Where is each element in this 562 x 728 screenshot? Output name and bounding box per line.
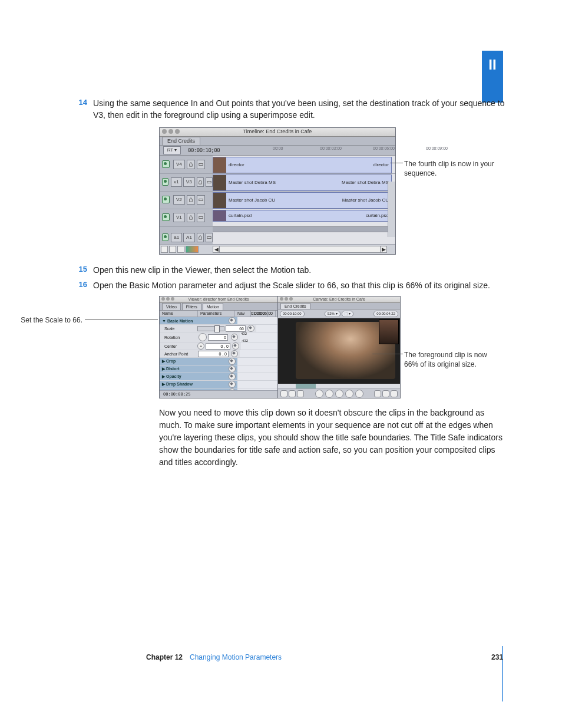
track-target[interactable]: V4 — [173, 160, 185, 169]
track-target[interactable]: A1 — [183, 233, 195, 242]
chapter-title: Changing Motion Parameters — [190, 653, 282, 661]
keyframe-nav-icon[interactable] — [231, 350, 238, 357]
lock-icon[interactable] — [197, 177, 204, 187]
step-text: Open this new clip in the Viewer, then s… — [93, 264, 507, 276]
track-target[interactable]: V1 — [173, 213, 185, 222]
step-back-icon[interactable] — [325, 390, 333, 398]
auto-select-toggle[interactable] — [197, 195, 205, 205]
param-basic-motion[interactable]: ▼ Basic Motion — [160, 317, 277, 325]
param-drop-shadow[interactable]: ▶ Drop Shadow — [160, 381, 277, 388]
source-target[interactable]: a1 — [171, 233, 182, 242]
keyframe-nav-icon[interactable] — [229, 388, 236, 390]
param-distort[interactable]: ▶ Distort — [160, 365, 277, 373]
center-value[interactable]: 0 , 0 — [206, 343, 230, 350]
rotation-dial[interactable] — [199, 333, 207, 341]
clip-end-label: Master shot Jacob CU — [342, 197, 391, 203]
timeline-toolbar: RT ▾ 00:00:10;00 00:00 00:00:03:00 00:00… — [160, 146, 395, 156]
keyframe-nav-icon[interactable] — [229, 317, 236, 324]
keyframe-nav-icon[interactable] — [231, 334, 238, 341]
canvas-zoom-popup[interactable]: 52% ▾ — [325, 311, 340, 317]
scale-slider[interactable] — [197, 326, 224, 331]
graph-min-label: -432 — [241, 339, 248, 342]
go-to-start-icon[interactable] — [315, 390, 323, 398]
horizontal-scrollbar[interactable]: ◀ ▶ — [213, 246, 387, 253]
keyframe-nav-icon[interactable] — [247, 325, 254, 332]
col-parameters: Parameters — [198, 311, 235, 317]
track-visibility-toggle[interactable] — [162, 213, 170, 221]
mark-in-button[interactable] — [374, 390, 381, 397]
canvas-tab[interactable]: End Credits — [280, 303, 310, 309]
step-14: 14 Using the same sequence In and Out po… — [77, 97, 507, 121]
canvas-tc-right[interactable]: 00:00:04;22 — [373, 311, 398, 317]
sequence-tab[interactable]: End Credits — [162, 137, 200, 145]
param-crop[interactable]: ▶ Crop — [160, 358, 277, 365]
timeline-track-area[interactable]: directordirector Master shot Debra MSMas… — [213, 156, 395, 246]
keyframe-nav-icon[interactable] — [229, 381, 236, 388]
audio-track-area[interactable] — [213, 231, 395, 245]
clip-end-label: director — [373, 162, 391, 167]
auto-select-toggle[interactable] — [197, 160, 205, 169]
track-header-a1: a1 A1 — [160, 231, 213, 245]
clip-director[interactable]: directordirector — [213, 157, 392, 173]
clip-jacob[interactable]: Master shot Jacob CUMaster shot Jacob CU — [213, 192, 392, 209]
canvas-viewport[interactable] — [278, 318, 400, 384]
canvas-view-popup[interactable]: ⬚ ▾ — [342, 311, 354, 317]
toggle-button[interactable] — [161, 246, 168, 253]
viewer-tabs: Video Filters Motion — [160, 303, 277, 311]
toggle-button[interactable] — [177, 246, 184, 253]
overwrite-edit-button[interactable] — [289, 390, 296, 397]
track-visibility-toggle[interactable] — [162, 233, 168, 241]
tab-video[interactable]: Video — [162, 303, 181, 310]
viewer-timecode[interactable]: 00:00:00;25 — [160, 392, 190, 397]
keyframe-nav-icon[interactable] — [229, 373, 236, 380]
timeline-ruler[interactable]: 00:00 00:00:03:00 00:00:06:00 00:00:09:0… — [273, 146, 395, 155]
timeline-screenshot: Timeline: End Credits in Cafe End Credit… — [159, 127, 396, 255]
insert-edit-button[interactable] — [280, 390, 287, 397]
param-opacity[interactable]: ▶ Opacity — [160, 373, 277, 381]
source-target[interactable]: v1 — [171, 177, 181, 187]
keyframe-nav-icon[interactable] — [232, 342, 239, 350]
auto-select-toggle[interactable] — [206, 233, 213, 242]
clip-thumbnail — [213, 157, 226, 173]
scrubber-bar[interactable] — [278, 384, 400, 389]
clip-debra[interactable]: Master shot Debra MSMaster shot Debra MS — [213, 174, 392, 191]
auto-select-toggle[interactable] — [206, 177, 213, 187]
tab-filters[interactable]: Filters — [182, 303, 201, 310]
canvas-toolbar: 00:00:10;00 52% ▾ ⬚ ▾ 00:00:04;22 — [278, 309, 400, 318]
lock-icon[interactable] — [187, 160, 195, 169]
scroll-left-arrow-icon[interactable]: ◀ — [213, 246, 220, 252]
track-visibility-toggle[interactable] — [162, 196, 170, 203]
auto-select-toggle[interactable] — [197, 213, 205, 222]
track-target[interactable]: V2 — [173, 195, 185, 205]
track-height-control[interactable] — [186, 246, 199, 253]
keyframe-nav-icon[interactable] — [229, 365, 236, 373]
viewer-canvas-screenshot: Viewer: director from End Credits Video … — [159, 296, 401, 398]
track-target[interactable]: V3 — [183, 177, 195, 187]
scale-value[interactable]: 66 — [226, 325, 246, 332]
mark-out-button[interactable] — [382, 390, 389, 397]
scroll-right-arrow-icon[interactable]: ▶ — [380, 246, 386, 252]
lock-icon[interactable] — [197, 233, 204, 242]
clip-curtain[interactable]: curtain.psdcurtain.psd — [213, 210, 392, 222]
crosshair-icon[interactable]: + — [197, 342, 204, 350]
vertical-scrollbar[interactable] — [388, 182, 395, 237]
rt-popup[interactable]: RT ▾ — [163, 146, 181, 154]
replace-edit-button[interactable] — [297, 390, 304, 397]
window-traffic-lights — [161, 297, 174, 301]
current-timecode[interactable]: 00:00:10;00 — [188, 147, 220, 153]
play-icon[interactable] — [335, 390, 343, 398]
rotation-value[interactable]: 0 — [208, 334, 228, 341]
step-forward-icon[interactable] — [345, 390, 353, 398]
go-to-end-icon[interactable] — [355, 390, 363, 398]
anchor-value[interactable]: 0 , 0 — [198, 351, 229, 357]
keyframe-nav-icon[interactable] — [229, 358, 236, 365]
toggle-button[interactable] — [169, 246, 176, 253]
track-visibility-toggle[interactable] — [162, 178, 168, 186]
track-visibility-toggle[interactable] — [162, 160, 170, 168]
canvas-tc-left[interactable]: 00:00:10;00 — [280, 311, 305, 317]
tab-motion[interactable]: Motion — [203, 303, 223, 310]
lock-icon[interactable] — [187, 213, 195, 222]
step-text: Open the Basic Motion parameter and adju… — [93, 279, 507, 291]
mark-clip-button[interactable] — [391, 390, 398, 397]
lock-icon[interactable] — [187, 195, 195, 205]
